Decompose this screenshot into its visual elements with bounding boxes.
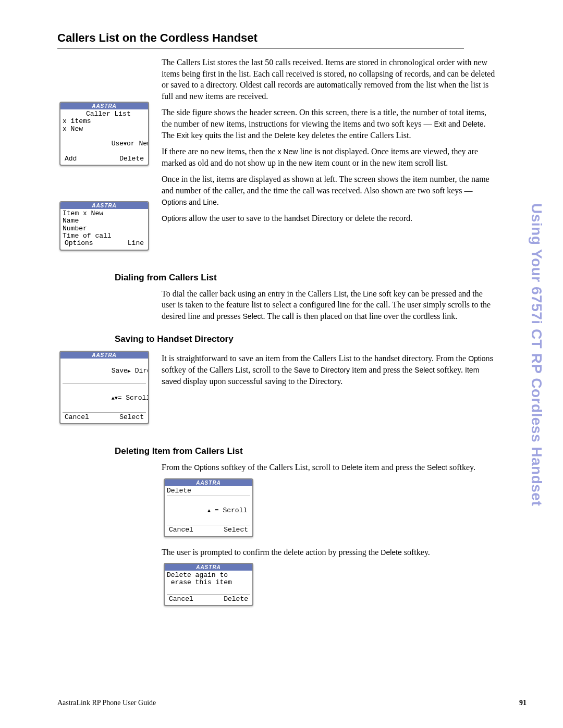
lcd-caller-item: AASTRA Item x New Name Number Time of ca…: [59, 201, 149, 250]
text: key deletes the entire Callers List.: [296, 131, 411, 140]
lcd-softkey-right: Delete: [119, 155, 144, 163]
page-footer: AastraLink RP Phone User Guide 91: [57, 699, 527, 707]
chevron-right-icon: [128, 367, 131, 375]
paragraph: The user is prompted to confirm the dele…: [162, 547, 495, 558]
lcd-softkey-right: Select: [224, 526, 248, 534]
key-label: Line: [203, 198, 216, 206]
page-number: 91: [519, 699, 527, 707]
lcd-brand: AASTRA: [165, 479, 252, 486]
key-label: Options: [162, 214, 187, 223]
text: and: [187, 198, 203, 206]
lcd-line: Time of call: [63, 232, 146, 240]
text: softkey.: [435, 365, 465, 374]
text: If there are no new items, then the: [162, 147, 278, 156]
paragraph: The Callers List stores the last 50 call…: [162, 57, 495, 102]
lcd-softkey-left: Cancel: [169, 526, 193, 534]
key-label: Delete: [341, 463, 362, 472]
key-label: Line: [363, 290, 376, 298]
text: To dial the caller back using an entry i…: [162, 289, 363, 298]
text: display upon successful saving to the Di…: [181, 377, 342, 386]
lcd-delete: AASTRA Delete = Scroll Cancel Select: [164, 478, 253, 537]
lcd-text: = Scroll: [118, 394, 149, 402]
paragraph: Once in the list, items are displayed as…: [162, 174, 495, 207]
text: The user is prompted to confirm the dele…: [162, 548, 381, 557]
lcd-line: Name: [63, 217, 146, 225]
lcd-line: Useor New: [63, 133, 146, 155]
paragraph: If there are no new items, then the x Ne…: [162, 146, 495, 168]
text: key quits the list and the: [189, 131, 274, 140]
key-label: Delete: [462, 120, 483, 128]
lcd-softkey-right: Delete: [224, 596, 248, 603]
lcd-save-directory: AASTRA Save Directory = Scroll Cancel Se…: [59, 351, 149, 424]
key-label: x New: [278, 147, 298, 156]
lcd-line: Caller List: [63, 110, 146, 118]
text: softkey.: [402, 548, 430, 557]
subheading-dialing: Dialing from Callers List: [115, 273, 527, 283]
lcd-softkey-left: Options: [65, 240, 93, 247]
lcd-brand: AASTRA: [60, 103, 148, 109]
lcd-text: New: [135, 140, 149, 147]
key-label: Select: [427, 463, 447, 472]
lcd-brand: AASTRA: [60, 202, 148, 209]
key-label: Options: [468, 354, 493, 363]
lcd-line: Save Directory: [63, 360, 146, 384]
lcd-line: = Scroll: [63, 387, 146, 409]
key-label: Select: [414, 366, 435, 374]
text: .: [217, 198, 219, 206]
key-label: Options: [162, 198, 187, 206]
lcd-softkey-right: Line: [128, 240, 144, 247]
lcd-text: Use: [112, 140, 124, 147]
lcd-line: Delete again to: [167, 572, 250, 579]
page-heading: Callers List on the Cordless Handset: [57, 31, 464, 48]
key-label: Exit: [434, 120, 446, 128]
lcd-line: Item x New: [63, 210, 146, 217]
text: softkey.: [447, 463, 475, 472]
lcd-line: erase this item: [167, 579, 250, 586]
lcd-softkey-right: Select: [119, 414, 144, 421]
lcd-text: = Scroll: [211, 507, 247, 514]
paragraph: The side figure shows the header screen.…: [162, 107, 495, 141]
text: softkey of the Callers List, scroll to: [219, 463, 341, 472]
key-label: Save to Directory: [294, 366, 350, 374]
lcd-caller-list-header: AASTRA Caller List x items x New Useor N…: [59, 102, 149, 166]
text: allow the user to save to the handset Di…: [187, 214, 412, 223]
key-label: Delete: [274, 131, 295, 140]
lcd-text: Save: [112, 367, 128, 375]
lcd-line: Delete: [167, 487, 250, 496]
text: softkey of the Callers List, scroll to t…: [162, 365, 294, 374]
lcd-line: Number: [63, 225, 146, 232]
paragraph: From the Options softkey of the Callers …: [162, 462, 495, 473]
key-label: Select: [243, 312, 263, 320]
paragraph: Options allow the user to save to the ha…: [162, 213, 495, 224]
subheading-saving: Saving to Handset Directory: [115, 334, 527, 344]
text: and: [446, 119, 462, 128]
lcd-brand: AASTRA: [165, 564, 252, 571]
text: item and press the: [362, 463, 427, 472]
key-label: Delete: [381, 548, 401, 557]
lcd-text: or: [127, 140, 135, 147]
lcd-text: Directory: [135, 367, 149, 375]
side-section-title: Using Your 6757i CT RP Cordless Handset: [528, 203, 545, 506]
lcd-delete-confirm: AASTRA Delete again to erase this item C…: [164, 563, 253, 606]
text: From the: [162, 463, 194, 472]
lcd-softkey-left: Cancel: [169, 596, 193, 603]
paragraph: To dial the caller back using an entry i…: [162, 288, 495, 322]
text: It is straightforward to save an item fr…: [162, 354, 468, 363]
lcd-softkey-left: Add: [65, 155, 77, 163]
key-label: Options: [194, 463, 219, 472]
text: Once in the list, items are displayed as…: [162, 175, 489, 195]
lcd-line: = Scroll: [167, 499, 250, 522]
text: . The call is then placed on that line o…: [263, 312, 457, 320]
lcd-line: x items: [63, 118, 146, 125]
lcd-softkey-left: Cancel: [65, 414, 89, 421]
lcd-line: x New: [63, 126, 146, 133]
paragraph: It is straightforward to save an item fr…: [162, 353, 495, 387]
key-label: Exit: [177, 131, 189, 140]
footer-title: AastraLink RP Phone User Guide: [57, 699, 156, 707]
chevron-up-icon: [112, 394, 115, 402]
lcd-brand: AASTRA: [60, 352, 148, 359]
subheading-deleting: Deleting Item from Callers List: [115, 446, 527, 456]
text: item and press the: [350, 365, 414, 374]
